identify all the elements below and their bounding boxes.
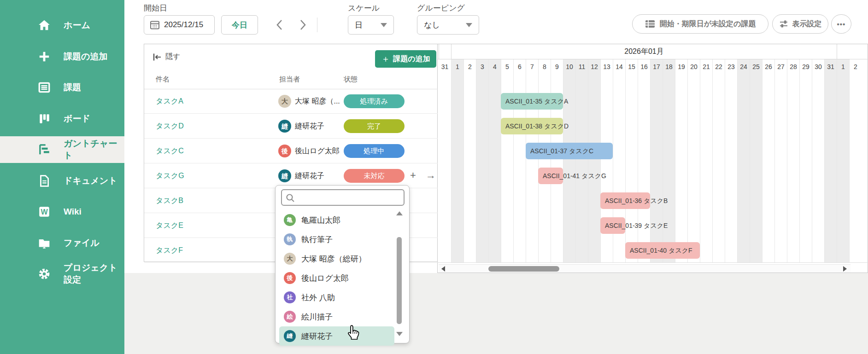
sidebar-item-issues[interactable]: 課題 <box>0 74 124 101</box>
gantt-chart-panel: 2026年01月 3112345678910111213141516171819… <box>437 44 868 273</box>
sidebar-item-label: ガントチャート <box>64 138 124 162</box>
day-number: 27 <box>775 59 787 74</box>
sidebar-item-label: Wiki <box>64 207 82 217</box>
gantt-bar[interactable]: ASCII_01-40 タスクF <box>625 242 700 259</box>
more-options-button[interactable]: ••• <box>831 14 851 34</box>
issues-icon <box>38 81 52 94</box>
day-column: 30 <box>812 59 824 262</box>
gantt-bar[interactable]: ASCII_01-35 タスクA <box>501 93 563 110</box>
sidebar-item-project-settings[interactable]: プロジェクト設定 <box>0 261 124 287</box>
assignee-name[interactable]: 後山ログ太郎 <box>295 139 340 163</box>
gantt-bar[interactable]: ASCII_01-36 タスクB <box>600 192 650 209</box>
day-number: 11 <box>576 59 588 74</box>
toolbar-divider <box>317 17 317 32</box>
status-badge[interactable]: 処理中 <box>344 144 405 158</box>
day-column: 8 <box>538 59 551 262</box>
issue-list-icon <box>645 19 655 29</box>
start-date-input[interactable]: 2025/12/15 <box>144 15 215 35</box>
assignee-dropdown: 亀亀羅山太郎執執行筆子大大塚 昭彦（総研）後後山ログ太郎社社外 八助絵絵川描子縫… <box>275 185 410 343</box>
table-row: タスクA大大塚 昭彦（...処理済み <box>144 89 438 114</box>
dropdown-scrollbar-thumb[interactable] <box>397 237 402 324</box>
assignee-search-input[interactable] <box>281 189 405 206</box>
table-row: タスクC後後山ログ太郎処理中 <box>144 139 438 163</box>
gantt-icon <box>38 143 52 157</box>
issue-subject-link[interactable]: タスクB <box>156 188 183 213</box>
sidebar-item-wiki[interactable]: WWiki <box>0 198 124 225</box>
assignee-name[interactable]: 縫研花子 <box>295 114 324 139</box>
status-badge[interactable]: 処理済み <box>344 94 405 108</box>
dropdown-scroll-down-icon[interactable] <box>396 332 403 336</box>
assignee-option[interactable]: 後後山ログ太郎 <box>279 268 394 288</box>
day-number: 29 <box>800 59 812 74</box>
issue-subject-link[interactable]: タスクC <box>156 139 184 163</box>
assignee-option-name: 大塚 昭彦（総研） <box>301 254 366 264</box>
day-column: 29 <box>799 59 812 262</box>
today-button[interactable]: 今日 <box>221 15 258 35</box>
sidebar-item-board[interactable]: ボード <box>0 105 124 132</box>
gantt-bar[interactable]: ASCII_01-39 タスクE <box>600 217 625 234</box>
assignee-name[interactable]: 大塚 昭彦（... <box>295 89 340 114</box>
hide-panel-button[interactable]: 隠す <box>152 52 180 62</box>
sidebar-item-files[interactable]: ファイル <box>0 230 124 256</box>
gantt-horizontal-scrollbar[interactable] <box>439 264 850 273</box>
assignee-option[interactable]: 執執行筆子 <box>279 230 394 249</box>
assignee-option[interactable]: 縫縫研花子 <box>279 326 394 346</box>
svg-text:W: W <box>41 208 48 216</box>
scroll-left-icon[interactable] <box>441 266 445 272</box>
assignee-option[interactable]: 社社外 八助 <box>279 288 394 307</box>
scroll-right-icon[interactable] <box>843 266 847 272</box>
issue-subject-link[interactable]: タスクE <box>156 213 183 238</box>
board-icon <box>38 112 52 126</box>
day-number: 14 <box>613 59 625 74</box>
assignee-option[interactable]: 大大塚 昭彦（総研） <box>279 249 394 268</box>
unset-dates-issues-button[interactable]: 開始・期限日が未設定の課題 <box>632 14 768 34</box>
gantt-bar[interactable]: ASCII_01-41 タスクG <box>538 168 563 184</box>
issue-subject-link[interactable]: タスクA <box>156 89 183 114</box>
day-number: 30 <box>812 59 824 74</box>
day-number: 15 <box>626 59 638 74</box>
assignee-option-name: 社外 八助 <box>301 292 335 303</box>
home-icon <box>38 18 52 32</box>
assignee-option-avatar: 縫 <box>284 330 296 342</box>
prev-arrow-icon[interactable] <box>275 18 285 33</box>
day-column: 16 <box>638 59 650 262</box>
column-header-assignee: 担当者 <box>279 70 300 89</box>
issue-subject-link[interactable]: タスクG <box>156 163 184 188</box>
day-number: 7 <box>526 59 538 74</box>
sidebar-item-documents[interactable]: ドキュメント <box>0 168 124 194</box>
sidebar-item-add-issue[interactable]: 課題の追加 <box>0 43 124 70</box>
assignee-name[interactable]: 縫研花子 <box>295 163 324 188</box>
next-arrow-icon[interactable] <box>298 18 308 33</box>
gantt-bar[interactable]: ASCII_01-38 タスクD <box>501 118 563 134</box>
day-number: 19 <box>675 59 687 74</box>
scale-value: 日 <box>355 20 363 30</box>
status-badge[interactable]: 完了 <box>344 119 405 133</box>
sidebar-item-label: ホーム <box>64 19 90 31</box>
scale-select[interactable]: 日 <box>348 15 394 35</box>
start-date-label: 開始日 <box>144 3 167 13</box>
issue-subject-link[interactable]: タスクD <box>156 114 184 139</box>
assignee-option-avatar: 社 <box>284 291 296 303</box>
unset-dates-issues-label: 開始・期限日が未設定の課題 <box>660 19 756 29</box>
scrollbar-thumb[interactable] <box>488 266 559 272</box>
sidebar-item-gantt[interactable]: ガントチャート <box>0 136 124 163</box>
display-settings-label: 表示設定 <box>792 19 822 29</box>
status-badge[interactable]: 未対応 <box>344 169 405 183</box>
dropdown-scroll-up-icon[interactable] <box>396 211 403 215</box>
gantt-bar[interactable]: ASCII_01-37 タスクC <box>526 143 613 159</box>
issue-subject-link[interactable]: タスクF <box>156 238 183 263</box>
add-issue-button[interactable]: ＋ 課題の追加 <box>375 50 436 68</box>
sidebar-item-label: ドキュメント <box>64 175 117 187</box>
display-settings-button[interactable]: 表示設定 <box>772 14 828 34</box>
assignee-option-avatar: 絵 <box>284 311 296 323</box>
day-number: 31 <box>825 59 837 74</box>
sidebar-item-home[interactable]: ホーム <box>0 12 124 39</box>
grouping-select[interactable]: なし <box>417 15 479 35</box>
month-cell-next <box>837 44 868 59</box>
assignee-option[interactable]: 絵絵川描子 <box>279 307 394 326</box>
assignee-option[interactable]: 亀亀羅山太郎 <box>279 210 394 230</box>
goto-bar-icon[interactable]: → <box>426 163 436 188</box>
day-number: 2 <box>850 59 862 74</box>
day-number: 3 <box>476 59 488 74</box>
add-child-issue-icon[interactable]: + <box>410 163 416 188</box>
